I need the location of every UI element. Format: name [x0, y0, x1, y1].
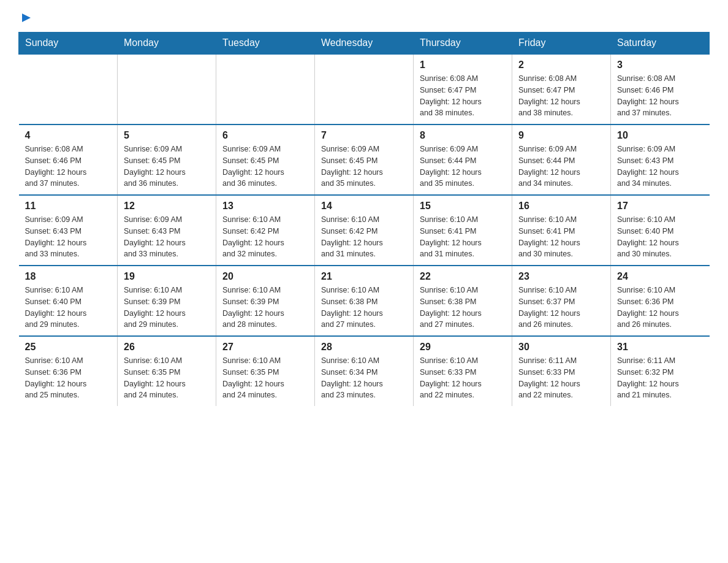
calendar-table: SundayMondayTuesdayWednesdayThursdayFrid…	[18, 32, 710, 406]
week-row-3: 11Sunrise: 6:09 AM Sunset: 6:43 PM Dayli…	[19, 195, 710, 266]
day-info: Sunrise: 6:10 AM Sunset: 6:39 PM Dayligh…	[124, 285, 210, 331]
day-cell: 24Sunrise: 6:10 AM Sunset: 6:36 PM Dayli…	[611, 266, 710, 336]
logo	[18, 12, 33, 21]
day-info: Sunrise: 6:08 AM Sunset: 6:47 PM Dayligh…	[420, 73, 506, 119]
day-cell: 13Sunrise: 6:10 AM Sunset: 6:42 PM Dayli…	[216, 195, 315, 266]
day-info: Sunrise: 6:10 AM Sunset: 6:42 PM Dayligh…	[222, 214, 308, 260]
day-info: Sunrise: 6:10 AM Sunset: 6:33 PM Dayligh…	[420, 355, 506, 401]
svg-marker-0	[22, 13, 31, 22]
day-info: Sunrise: 6:11 AM Sunset: 6:32 PM Dayligh…	[617, 355, 703, 401]
day-number: 31	[617, 342, 703, 353]
day-number: 14	[321, 201, 407, 212]
weekday-header-thursday: Thursday	[414, 33, 512, 55]
day-info: Sunrise: 6:10 AM Sunset: 6:37 PM Dayligh…	[518, 285, 604, 331]
day-cell: 4Sunrise: 6:08 AM Sunset: 6:46 PM Daylig…	[19, 124, 118, 195]
weekday-header-tuesday: Tuesday	[216, 33, 315, 55]
day-info: Sunrise: 6:10 AM Sunset: 6:34 PM Dayligh…	[321, 355, 407, 401]
week-row-1: 1Sunrise: 6:08 AM Sunset: 6:47 PM Daylig…	[19, 54, 710, 124]
weekday-header-saturday: Saturday	[611, 33, 710, 55]
weekday-header-monday: Monday	[118, 33, 216, 55]
day-info: Sunrise: 6:10 AM Sunset: 6:41 PM Dayligh…	[518, 214, 604, 260]
week-row-5: 25Sunrise: 6:10 AM Sunset: 6:36 PM Dayli…	[19, 336, 710, 406]
day-cell: 25Sunrise: 6:10 AM Sunset: 6:36 PM Dayli…	[19, 336, 118, 406]
day-cell: 1Sunrise: 6:08 AM Sunset: 6:47 PM Daylig…	[414, 54, 512, 124]
day-number: 30	[518, 342, 604, 353]
week-row-4: 18Sunrise: 6:10 AM Sunset: 6:40 PM Dayli…	[19, 266, 710, 336]
day-info: Sunrise: 6:08 AM Sunset: 6:46 PM Dayligh…	[25, 144, 112, 190]
day-cell	[315, 54, 414, 124]
day-number: 26	[124, 342, 210, 353]
day-info: Sunrise: 6:10 AM Sunset: 6:35 PM Dayligh…	[124, 355, 210, 401]
day-number: 17	[617, 201, 703, 212]
day-number: 27	[222, 342, 308, 353]
day-info: Sunrise: 6:09 AM Sunset: 6:43 PM Dayligh…	[25, 214, 112, 260]
day-cell: 11Sunrise: 6:09 AM Sunset: 6:43 PM Dayli…	[19, 195, 118, 266]
day-cell	[216, 54, 315, 124]
day-info: Sunrise: 6:10 AM Sunset: 6:42 PM Dayligh…	[321, 214, 407, 260]
day-cell: 14Sunrise: 6:10 AM Sunset: 6:42 PM Dayli…	[315, 195, 414, 266]
day-number: 11	[25, 201, 112, 212]
day-cell: 29Sunrise: 6:10 AM Sunset: 6:33 PM Dayli…	[414, 336, 512, 406]
day-info: Sunrise: 6:09 AM Sunset: 6:43 PM Dayligh…	[617, 144, 703, 190]
day-info: Sunrise: 6:08 AM Sunset: 6:46 PM Dayligh…	[617, 73, 703, 119]
day-cell: 3Sunrise: 6:08 AM Sunset: 6:46 PM Daylig…	[611, 54, 710, 124]
day-cell: 10Sunrise: 6:09 AM Sunset: 6:43 PM Dayli…	[611, 124, 710, 195]
day-number: 21	[321, 271, 407, 282]
day-number: 7	[321, 130, 407, 141]
day-number: 8	[420, 130, 506, 141]
day-number: 15	[420, 201, 506, 212]
logo-arrow-icon	[20, 11, 33, 25]
page-header	[18, 12, 710, 21]
day-number: 20	[222, 271, 308, 282]
day-number: 9	[518, 130, 604, 141]
day-info: Sunrise: 6:09 AM Sunset: 6:44 PM Dayligh…	[518, 144, 604, 190]
day-cell: 16Sunrise: 6:10 AM Sunset: 6:41 PM Dayli…	[512, 195, 611, 266]
day-cell: 19Sunrise: 6:10 AM Sunset: 6:39 PM Dayli…	[118, 266, 216, 336]
day-cell: 7Sunrise: 6:09 AM Sunset: 6:45 PM Daylig…	[315, 124, 414, 195]
day-info: Sunrise: 6:10 AM Sunset: 6:39 PM Dayligh…	[222, 285, 308, 331]
day-number: 6	[222, 130, 308, 141]
day-cell: 21Sunrise: 6:10 AM Sunset: 6:38 PM Dayli…	[315, 266, 414, 336]
day-number: 1	[420, 59, 506, 71]
day-cell: 17Sunrise: 6:10 AM Sunset: 6:40 PM Dayli…	[611, 195, 710, 266]
week-row-2: 4Sunrise: 6:08 AM Sunset: 6:46 PM Daylig…	[19, 124, 710, 195]
day-cell: 30Sunrise: 6:11 AM Sunset: 6:33 PM Dayli…	[512, 336, 611, 406]
day-info: Sunrise: 6:10 AM Sunset: 6:38 PM Dayligh…	[420, 285, 506, 331]
day-info: Sunrise: 6:10 AM Sunset: 6:40 PM Dayligh…	[617, 214, 703, 260]
day-cell: 12Sunrise: 6:09 AM Sunset: 6:43 PM Dayli…	[118, 195, 216, 266]
day-number: 28	[321, 342, 407, 353]
day-info: Sunrise: 6:11 AM Sunset: 6:33 PM Dayligh…	[518, 355, 604, 401]
day-cell: 28Sunrise: 6:10 AM Sunset: 6:34 PM Dayli…	[315, 336, 414, 406]
day-info: Sunrise: 6:09 AM Sunset: 6:45 PM Dayligh…	[222, 144, 308, 190]
day-info: Sunrise: 6:08 AM Sunset: 6:47 PM Dayligh…	[518, 73, 604, 119]
day-number: 5	[124, 130, 210, 141]
day-cell: 15Sunrise: 6:10 AM Sunset: 6:41 PM Dayli…	[414, 195, 512, 266]
day-number: 4	[25, 130, 112, 141]
day-cell	[19, 54, 118, 124]
day-cell: 23Sunrise: 6:10 AM Sunset: 6:37 PM Dayli…	[512, 266, 611, 336]
day-info: Sunrise: 6:09 AM Sunset: 6:45 PM Dayligh…	[321, 144, 407, 190]
day-cell: 26Sunrise: 6:10 AM Sunset: 6:35 PM Dayli…	[118, 336, 216, 406]
day-cell: 18Sunrise: 6:10 AM Sunset: 6:40 PM Dayli…	[19, 266, 118, 336]
day-cell: 8Sunrise: 6:09 AM Sunset: 6:44 PM Daylig…	[414, 124, 512, 195]
day-info: Sunrise: 6:10 AM Sunset: 6:36 PM Dayligh…	[617, 285, 703, 331]
day-number: 18	[25, 271, 112, 282]
day-number: 22	[420, 271, 506, 282]
day-cell: 20Sunrise: 6:10 AM Sunset: 6:39 PM Dayli…	[216, 266, 315, 336]
weekday-header-friday: Friday	[512, 33, 611, 55]
day-info: Sunrise: 6:10 AM Sunset: 6:36 PM Dayligh…	[25, 355, 112, 401]
day-number: 24	[617, 271, 703, 282]
day-number: 12	[124, 201, 210, 212]
day-cell: 5Sunrise: 6:09 AM Sunset: 6:45 PM Daylig…	[118, 124, 216, 195]
day-cell: 6Sunrise: 6:09 AM Sunset: 6:45 PM Daylig…	[216, 124, 315, 195]
day-info: Sunrise: 6:10 AM Sunset: 6:35 PM Dayligh…	[222, 355, 308, 401]
weekday-header-row: SundayMondayTuesdayWednesdayThursdayFrid…	[19, 33, 710, 55]
day-number: 16	[518, 201, 604, 212]
day-info: Sunrise: 6:09 AM Sunset: 6:45 PM Dayligh…	[124, 144, 210, 190]
day-cell	[118, 54, 216, 124]
day-cell: 27Sunrise: 6:10 AM Sunset: 6:35 PM Dayli…	[216, 336, 315, 406]
day-cell: 2Sunrise: 6:08 AM Sunset: 6:47 PM Daylig…	[512, 54, 611, 124]
day-cell: 22Sunrise: 6:10 AM Sunset: 6:38 PM Dayli…	[414, 266, 512, 336]
day-info: Sunrise: 6:09 AM Sunset: 6:44 PM Dayligh…	[420, 144, 506, 190]
day-info: Sunrise: 6:10 AM Sunset: 6:40 PM Dayligh…	[25, 285, 112, 331]
